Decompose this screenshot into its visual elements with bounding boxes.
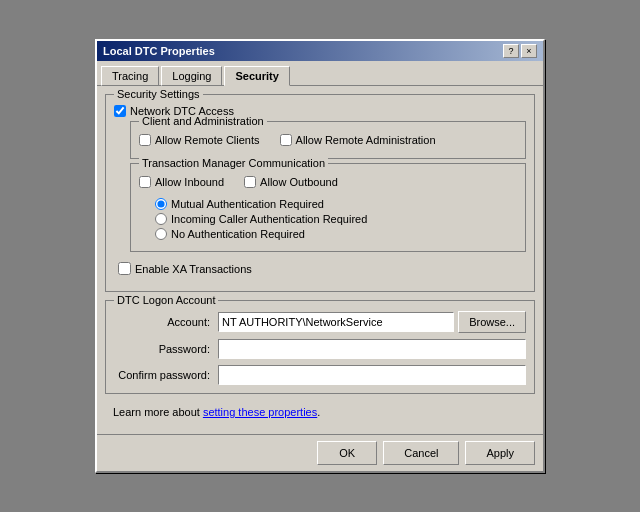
confirm-password-row: Confirm password: (114, 365, 526, 385)
no-auth-label: No Authentication Required (171, 228, 305, 240)
learn-more-prefix: Learn more about (113, 406, 203, 418)
no-auth-radio[interactable] (155, 228, 167, 240)
enable-xa-row: Enable XA Transactions (114, 262, 526, 275)
mutual-auth-row: Mutual Authentication Required (155, 198, 517, 210)
tab-logging[interactable]: Logging (161, 66, 222, 86)
enable-xa-label: Enable XA Transactions (135, 263, 252, 275)
auth-radio-group: Mutual Authentication Required Incoming … (155, 198, 517, 240)
allow-inbound-label: Allow Inbound (155, 176, 224, 188)
title-bar: Local DTC Properties ? × (97, 41, 543, 61)
security-settings-title: Security Settings (114, 88, 203, 100)
password-label: Password: (114, 343, 214, 355)
main-window: Local DTC Properties ? × Tracing Logging… (95, 39, 545, 473)
learn-more-suffix: . (317, 406, 320, 418)
incoming-caller-radio[interactable] (155, 213, 167, 225)
allow-outbound-label: Allow Outbound (260, 176, 338, 188)
allow-outbound-checkbox[interactable] (244, 176, 256, 188)
tabs-bar: Tracing Logging Security (97, 61, 543, 86)
network-dtc-access-checkbox[interactable] (114, 105, 126, 117)
account-row: Account: Browse... (114, 311, 526, 333)
security-settings-group: Security Settings Network DTC Access Cli… (105, 94, 535, 292)
learn-more-section: Learn more about setting these propertie… (105, 402, 535, 422)
account-label: Account: (114, 316, 214, 328)
window-title: Local DTC Properties (103, 45, 215, 57)
allow-remote-admin-checkbox[interactable] (280, 134, 292, 146)
browse-button[interactable]: Browse... (458, 311, 526, 333)
confirm-password-label: Confirm password: (114, 369, 214, 381)
transaction-manager-title: Transaction Manager Communication (139, 157, 328, 169)
account-input[interactable] (218, 312, 454, 332)
allow-remote-admin-row: Allow Remote Administration (280, 134, 436, 146)
password-input[interactable] (218, 339, 526, 359)
allow-remote-clients-label: Allow Remote Clients (155, 134, 260, 146)
confirm-password-input[interactable] (218, 365, 526, 385)
incoming-caller-row: Incoming Caller Authentication Required (155, 213, 517, 225)
no-auth-row: No Authentication Required (155, 228, 517, 240)
transaction-manager-group: Transaction Manager Communication Allow … (130, 163, 526, 252)
footer: OK Cancel Apply (97, 434, 543, 471)
allow-remote-clients-checkbox[interactable] (139, 134, 151, 146)
mutual-auth-label: Mutual Authentication Required (171, 198, 324, 210)
help-button[interactable]: ? (503, 44, 519, 58)
close-button[interactable]: × (521, 44, 537, 58)
tab-security[interactable]: Security (224, 66, 289, 86)
password-row: Password: (114, 339, 526, 359)
logon-account-title: DTC Logon Account (114, 294, 218, 306)
logon-account-group: DTC Logon Account Account: Browse... Pas… (105, 300, 535, 394)
allow-outbound-row: Allow Outbound (244, 176, 338, 188)
apply-button[interactable]: Apply (465, 441, 535, 465)
allow-remote-clients-row: Allow Remote Clients (139, 134, 260, 146)
ok-button[interactable]: OK (317, 441, 377, 465)
mutual-auth-radio[interactable] (155, 198, 167, 210)
learn-more-link[interactable]: setting these properties (203, 406, 317, 418)
allow-inbound-row: Allow Inbound (139, 176, 224, 188)
title-bar-controls: ? × (503, 44, 537, 58)
tab-tracing[interactable]: Tracing (101, 66, 159, 86)
tab-content: Security Settings Network DTC Access Cli… (97, 86, 543, 434)
cancel-button[interactable]: Cancel (383, 441, 459, 465)
incoming-caller-label: Incoming Caller Authentication Required (171, 213, 367, 225)
client-admin-group: Client and Administration Allow Remote C… (130, 121, 526, 159)
allow-remote-admin-label: Allow Remote Administration (296, 134, 436, 146)
client-admin-title: Client and Administration (139, 115, 267, 127)
enable-xa-checkbox[interactable] (118, 262, 131, 275)
allow-inbound-checkbox[interactable] (139, 176, 151, 188)
